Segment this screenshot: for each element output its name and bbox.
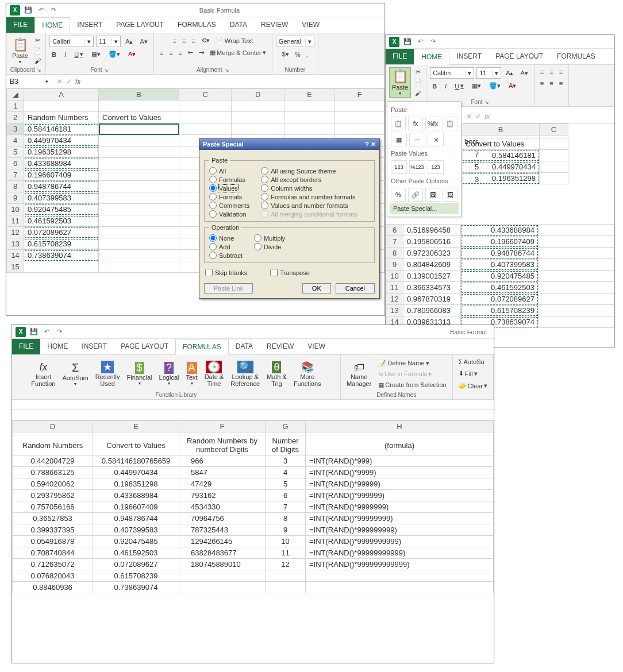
undo-icon[interactable]: ↶ xyxy=(36,6,45,12)
titlebar-1: X 💾 ↶ ↷ Basic Formula xyxy=(6,3,384,11)
doc-title: Basic Formula xyxy=(58,7,381,12)
excel-window-1: X 💾 ↶ ↷ Basic Formula FILE HOME INSERT P… xyxy=(6,3,385,11)
redo-icon[interactable]: ↷ xyxy=(49,6,58,12)
excel-icon: X xyxy=(10,5,20,12)
save-icon[interactable]: 💾 xyxy=(24,6,33,12)
